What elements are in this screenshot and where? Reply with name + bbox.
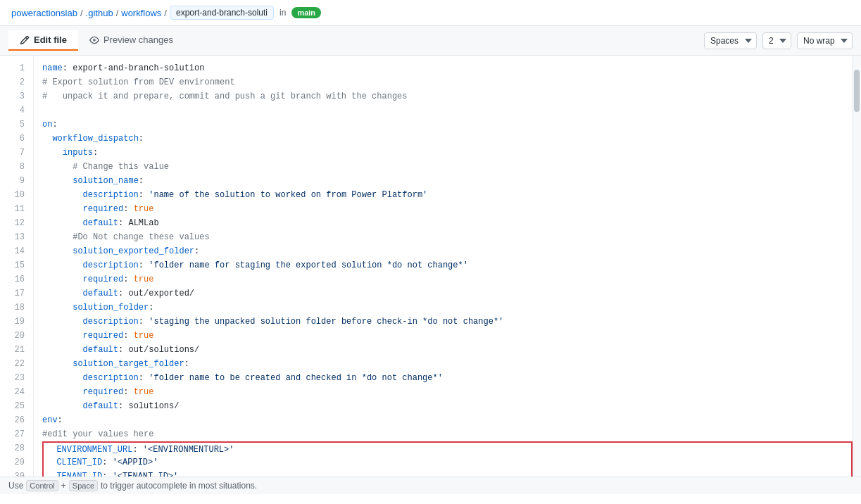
code-line: workflow_dispatch:	[42, 132, 853, 146]
code-line: name: export-and-branch-solution	[42, 61, 853, 75]
line-number: 19	[0, 315, 25, 329]
code-line: #edit your values here	[42, 427, 853, 441]
line-number: 29	[0, 455, 25, 470]
breadcrumb-org[interactable]: poweractionslab	[11, 8, 77, 18]
preview-changes-tab[interactable]: Preview changes	[78, 30, 184, 51]
line-number: 28	[0, 441, 25, 455]
status-key-space: Space	[69, 480, 98, 491]
breadcrumb-github[interactable]: .github	[86, 8, 113, 18]
breadcrumb: poweractionslab / .github / workflows / …	[0, 0, 861, 26]
line-number: 1	[0, 61, 25, 75]
line-number: 6	[0, 132, 25, 146]
line-number: 2	[0, 75, 25, 89]
code-line: # Export solution from DEV environment	[42, 75, 853, 89]
line-number: 12	[0, 216, 25, 230]
status-bar: Use Control + Space to trigger autocompl…	[0, 477, 861, 494]
eye-icon	[89, 35, 99, 45]
line-number: 10	[0, 188, 25, 202]
breadcrumb-branch[interactable]: main	[291, 7, 321, 18]
line-number: 27	[0, 427, 25, 441]
preview-changes-label: Preview changes	[103, 34, 173, 45]
code-line: required: true	[42, 202, 853, 216]
status-suffix: to trigger autocomplete in most situatio…	[101, 481, 257, 491]
breadcrumb-sep3: /	[164, 8, 167, 18]
breadcrumb-in-label: in	[279, 8, 286, 18]
code-line: on:	[42, 118, 853, 132]
code-line: solution_name:	[42, 174, 853, 188]
line-number: 15	[0, 258, 25, 272]
code-line	[42, 103, 853, 118]
status-text: Use	[8, 481, 23, 491]
toolbar-tabs: Edit file Preview changes	[8, 30, 184, 51]
code-line: default: ALMLab	[42, 216, 853, 230]
editor-toolbar: Edit file Preview changes Spaces 2 No wr…	[0, 26, 861, 56]
line-number: 20	[0, 329, 25, 343]
line-number: 7	[0, 146, 25, 160]
line-number: 5	[0, 118, 25, 132]
line-number: 26	[0, 413, 25, 427]
line-numbers: 1234567891011121314151617181920212223242…	[0, 56, 34, 477]
code-line: #Do Not change these values	[42, 230, 853, 244]
scrollbar[interactable]	[853, 56, 861, 477]
editor-container: 1234567891011121314151617181920212223242…	[0, 56, 861, 477]
status-plus: +	[61, 481, 66, 491]
breadcrumb-filename: export-and-branch-soluti	[170, 6, 274, 20]
line-number: 8	[0, 160, 25, 174]
code-area[interactable]: name: export-and-branch-solution# Export…	[34, 56, 853, 477]
breadcrumb-sep1: /	[80, 8, 83, 18]
code-line: solution_exported_folder:	[42, 244, 853, 258]
code-line: solution_target_folder:	[42, 357, 853, 371]
breadcrumb-workflows[interactable]: workflows	[121, 8, 161, 18]
code-line: default: out/solutions/	[42, 343, 853, 357]
code-line: default: out/exported/	[42, 286, 853, 301]
code-line: required: true	[42, 385, 853, 399]
line-number: 18	[0, 301, 25, 315]
line-number: 30	[0, 470, 25, 477]
code-line: description: 'folder name to be created …	[42, 371, 853, 385]
edit-file-tab[interactable]: Edit file	[8, 30, 78, 51]
line-number: 4	[0, 103, 25, 118]
line-number: 17	[0, 286, 25, 301]
line-number: 24	[0, 385, 25, 399]
indent-select[interactable]: 2	[762, 32, 791, 49]
status-key-control: Control	[26, 480, 58, 491]
code-line: TENANT_ID: '<TENANT ID>'	[42, 470, 853, 477]
code-line: # Change this value	[42, 160, 853, 174]
edit-icon	[20, 35, 30, 45]
code-line: description: 'staging the unpacked solut…	[42, 315, 853, 329]
code-line: ENVIRONMENT_URL: '<ENVIRONMENTURL>'	[42, 441, 853, 455]
edit-file-label: Edit file	[34, 34, 67, 45]
code-line: CLIENT_ID: '<APPID>'	[42, 455, 853, 470]
line-number: 22	[0, 357, 25, 371]
spaces-select[interactable]: Spaces	[704, 32, 757, 49]
scroll-thumb[interactable]	[854, 70, 860, 112]
code-line: solution_folder:	[42, 301, 853, 315]
line-number: 25	[0, 399, 25, 413]
code-line: # unpack it and prepare, commit and push…	[42, 89, 853, 103]
line-number: 23	[0, 371, 25, 385]
code-line: inputs:	[42, 146, 853, 160]
code-line: description: 'name of the solution to wo…	[42, 188, 853, 202]
line-number: 9	[0, 174, 25, 188]
code-line: required: true	[42, 329, 853, 343]
line-number: 13	[0, 230, 25, 244]
line-number: 11	[0, 202, 25, 216]
line-number: 14	[0, 244, 25, 258]
toolbar-options: Spaces 2 No wrap	[704, 32, 853, 49]
breadcrumb-sep2: /	[116, 8, 119, 18]
code-line: env:	[42, 413, 853, 427]
line-number: 3	[0, 89, 25, 103]
code-line: required: true	[42, 272, 853, 286]
line-number: 16	[0, 272, 25, 286]
line-number: 21	[0, 343, 25, 357]
code-line: description: 'folder name for staging th…	[42, 258, 853, 272]
code-line: default: solutions/	[42, 399, 853, 413]
wrap-select[interactable]: No wrap	[797, 32, 853, 49]
